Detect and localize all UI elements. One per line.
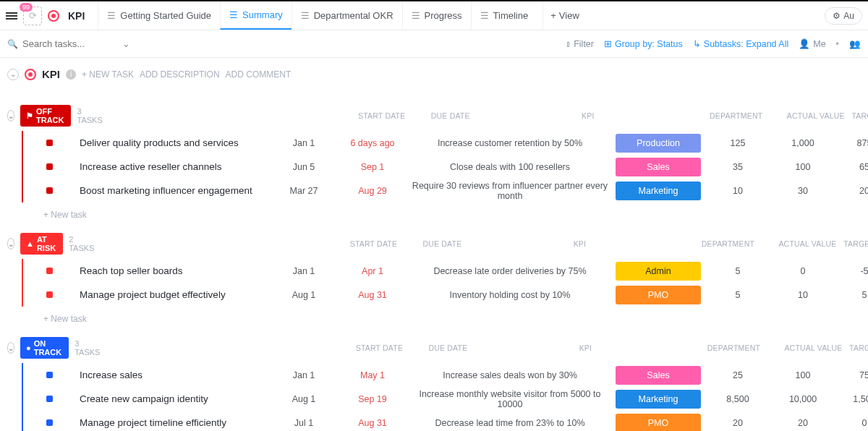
difference-value[interactable]: 20 bbox=[835, 186, 868, 196]
tab-timeline[interactable]: ☰Timeline bbox=[471, 1, 537, 30]
status-square-icon[interactable] bbox=[46, 396, 53, 402]
add-view-button[interactable]: +View bbox=[542, 1, 587, 30]
menu-icon[interactable] bbox=[6, 12, 17, 20]
start-date[interactable]: Jun 5 bbox=[271, 162, 336, 172]
target-value[interactable]: 10,000 bbox=[770, 394, 835, 404]
department-tag[interactable]: Marketing bbox=[616, 390, 701, 409]
add-description-link[interactable]: ADD DESCRIPTION bbox=[140, 69, 220, 80]
assignee-button[interactable]: 👥 bbox=[849, 38, 861, 49]
department-tag[interactable]: Sales bbox=[616, 366, 701, 385]
kpi-text[interactable]: Decrease late order deliveries by 75% bbox=[409, 266, 611, 276]
status-badge-risk[interactable]: ▲AT RISK bbox=[20, 233, 63, 255]
difference-value[interactable]: 875 bbox=[835, 138, 868, 148]
target-value[interactable]: 20 bbox=[770, 418, 835, 428]
actual-value[interactable]: 35 bbox=[705, 162, 770, 172]
task-row[interactable]: Boost marketing influencer engagement Ma… bbox=[22, 179, 861, 202]
due-date[interactable]: Apr 1 bbox=[336, 266, 409, 276]
task-name[interactable]: Increase active reseller channels bbox=[80, 161, 271, 172]
actual-value[interactable]: 25 bbox=[705, 370, 770, 380]
target-value[interactable]: 0 bbox=[770, 266, 835, 276]
tab-progress[interactable]: ☰Progress bbox=[402, 1, 471, 30]
due-date[interactable]: May 1 bbox=[336, 370, 409, 380]
add-comment-link[interactable]: ADD COMMENT bbox=[226, 69, 292, 80]
task-row[interactable]: Manage project budget effectively Aug 1 … bbox=[22, 283, 861, 307]
task-row[interactable]: Manage project timeline efficiently Jul … bbox=[22, 411, 861, 431]
chevron-down-icon[interactable]: ⌄ bbox=[122, 38, 130, 49]
task-row[interactable]: Increase active reseller channels Jun 5 … bbox=[22, 155, 861, 179]
group-by-button[interactable]: ⊞Group by: Status bbox=[604, 38, 683, 49]
due-date[interactable]: Aug 31 bbox=[336, 290, 409, 300]
subtasks-button[interactable]: ↳Subtasks: Expand All bbox=[693, 38, 788, 49]
status-badge-off[interactable]: ⚑OFF TRACK bbox=[20, 105, 71, 127]
collapse-icon[interactable]: ⌄ bbox=[7, 342, 14, 354]
department-tag[interactable]: Admin bbox=[616, 262, 701, 281]
status-square-icon[interactable] bbox=[46, 291, 53, 298]
kpi-text[interactable]: Increase sales deals won by 30% bbox=[409, 370, 611, 380]
task-name[interactable]: Manage project budget effectively bbox=[80, 289, 271, 300]
start-date[interactable]: Jul 1 bbox=[271, 418, 336, 428]
task-name[interactable]: Boost marketing influencer engagement bbox=[80, 185, 271, 196]
status-square-icon[interactable] bbox=[46, 140, 53, 146]
tab-summary[interactable]: ☰Summary bbox=[220, 1, 292, 30]
difference-value[interactable]: 65 bbox=[835, 162, 868, 172]
due-date[interactable]: Aug 31 bbox=[336, 418, 409, 428]
search-input[interactable] bbox=[22, 38, 109, 49]
me-button[interactable]: 👤Me bbox=[799, 38, 825, 49]
kpi-text[interactable]: Inventory holding cost by 10% bbox=[409, 290, 611, 300]
actual-value[interactable]: 5 bbox=[705, 290, 770, 300]
task-name[interactable]: Create new campaign identity bbox=[80, 393, 271, 404]
due-date[interactable]: Sep 1 bbox=[336, 162, 409, 172]
difference-value[interactable]: 5 bbox=[835, 290, 868, 300]
start-date[interactable]: Aug 1 bbox=[271, 394, 336, 404]
actual-value[interactable]: 8,500 bbox=[705, 394, 770, 404]
department-tag[interactable]: PMO bbox=[616, 286, 701, 304]
task-name[interactable]: Increase sales bbox=[80, 370, 271, 380]
actual-value[interactable]: 5 bbox=[705, 266, 770, 276]
difference-value[interactable]: 75 bbox=[835, 370, 868, 380]
kpi-text[interactable]: Increase monthly website visitor from 50… bbox=[409, 389, 611, 409]
department-tag[interactable]: Production bbox=[616, 134, 701, 153]
new-task-link[interactable]: + NEW TASK bbox=[82, 69, 134, 80]
tab-departmental-okr[interactable]: ☰Departmental OKR bbox=[292, 1, 402, 30]
kpi-text[interactable]: Decrease lead time from 23% to 10% bbox=[409, 418, 611, 428]
due-date[interactable]: Sep 19 bbox=[336, 394, 409, 404]
target-value[interactable]: 10 bbox=[770, 290, 835, 300]
status-square-icon[interactable] bbox=[46, 419, 53, 426]
difference-value[interactable]: 1,500 bbox=[835, 394, 868, 404]
department-tag[interactable]: Marketing bbox=[616, 182, 701, 200]
task-row[interactable]: Deliver quality products and services Ja… bbox=[22, 131, 861, 155]
difference-value[interactable]: 0 bbox=[835, 418, 868, 428]
loading-badge[interactable]: 99 ⟳ bbox=[23, 7, 42, 25]
status-badge-on[interactable]: ●ON TRACK bbox=[20, 337, 69, 359]
new-task-button[interactable]: + New task bbox=[43, 210, 861, 220]
tab-getting-started-guide[interactable]: ☰Getting Started Guide bbox=[98, 1, 220, 30]
task-name[interactable]: Reach top seller boards bbox=[80, 265, 271, 276]
kpi-text[interactable]: Close deals with 100 resellers bbox=[409, 162, 611, 172]
status-square-icon[interactable] bbox=[46, 268, 53, 274]
task-name[interactable]: Manage project timeline efficiently bbox=[80, 417, 271, 428]
actual-value[interactable]: 20 bbox=[705, 418, 770, 428]
info-icon[interactable]: i bbox=[66, 69, 76, 80]
task-name[interactable]: Deliver quality products and services bbox=[80, 137, 271, 148]
start-date[interactable]: Jan 1 bbox=[271, 266, 336, 276]
target-value[interactable]: 30 bbox=[770, 186, 835, 196]
search-box[interactable]: 🔍 ⌄ bbox=[7, 38, 130, 49]
start-date[interactable]: Mar 27 bbox=[271, 186, 336, 196]
target-value[interactable]: 100 bbox=[770, 370, 835, 380]
task-row[interactable]: Create new campaign identity Aug 1 Sep 1… bbox=[22, 387, 861, 411]
start-date[interactable]: Aug 1 bbox=[271, 290, 336, 300]
start-date[interactable]: Jan 1 bbox=[271, 370, 336, 380]
kpi-text[interactable]: Increase customer retention by 50% bbox=[409, 138, 611, 148]
task-row[interactable]: Reach top seller boards Jan 1 Apr 1 Decr… bbox=[22, 259, 861, 283]
target-value[interactable]: 100 bbox=[770, 162, 835, 172]
start-date[interactable]: Jan 1 bbox=[271, 138, 336, 148]
filter-button[interactable]: ⫾Filter bbox=[566, 39, 594, 49]
kpi-text[interactable]: Require 30 reviews from influencer partn… bbox=[409, 181, 611, 201]
automation-button[interactable]: ⚙Au bbox=[825, 7, 862, 25]
status-square-icon[interactable] bbox=[46, 163, 53, 170]
department-tag[interactable]: Sales bbox=[616, 158, 701, 176]
status-square-icon[interactable] bbox=[46, 187, 53, 194]
collapse-icon[interactable]: ⌄ bbox=[7, 238, 14, 249]
due-date[interactable]: Aug 29 bbox=[336, 186, 409, 196]
actual-value[interactable]: 125 bbox=[705, 138, 770, 148]
